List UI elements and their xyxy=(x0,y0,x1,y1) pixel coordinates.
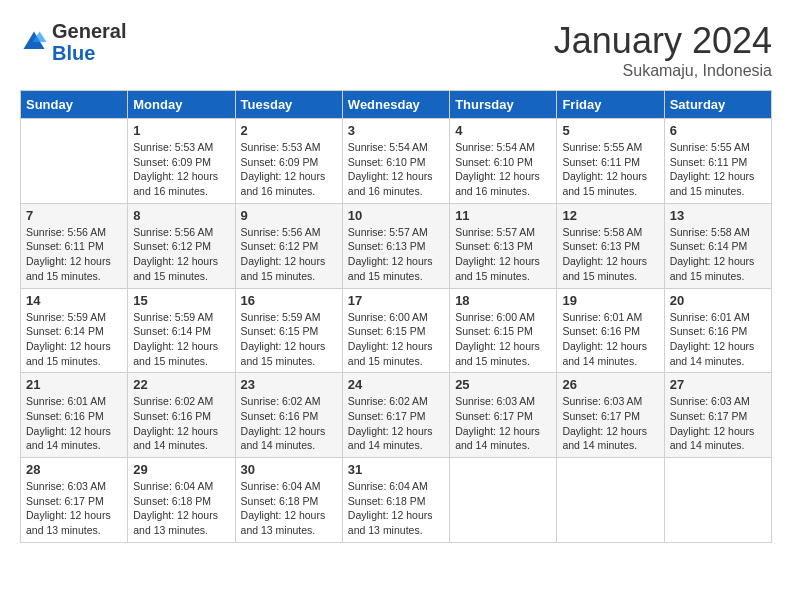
week-row-4: 21Sunrise: 6:01 AM Sunset: 6:16 PM Dayli… xyxy=(21,373,772,458)
day-info: Sunrise: 5:56 AM Sunset: 6:12 PM Dayligh… xyxy=(241,225,337,284)
col-header-sunday: Sunday xyxy=(21,91,128,119)
day-cell: 21Sunrise: 6:01 AM Sunset: 6:16 PM Dayli… xyxy=(21,373,128,458)
day-cell: 16Sunrise: 5:59 AM Sunset: 6:15 PM Dayli… xyxy=(235,288,342,373)
day-info: Sunrise: 5:57 AM Sunset: 6:13 PM Dayligh… xyxy=(348,225,444,284)
day-cell: 18Sunrise: 6:00 AM Sunset: 6:15 PM Dayli… xyxy=(450,288,557,373)
day-cell: 2Sunrise: 5:53 AM Sunset: 6:09 PM Daylig… xyxy=(235,119,342,204)
day-number: 16 xyxy=(241,293,337,308)
day-info: Sunrise: 5:54 AM Sunset: 6:10 PM Dayligh… xyxy=(455,140,551,199)
col-header-monday: Monday xyxy=(128,91,235,119)
page-header: General Blue January 2024 Sukamaju, Indo… xyxy=(20,20,772,80)
logo-general: General xyxy=(52,20,126,42)
col-header-saturday: Saturday xyxy=(664,91,771,119)
day-number: 13 xyxy=(670,208,766,223)
day-number: 11 xyxy=(455,208,551,223)
day-number: 27 xyxy=(670,377,766,392)
day-cell: 29Sunrise: 6:04 AM Sunset: 6:18 PM Dayli… xyxy=(128,458,235,543)
calendar-header-row: SundayMondayTuesdayWednesdayThursdayFrid… xyxy=(21,91,772,119)
day-info: Sunrise: 5:56 AM Sunset: 6:12 PM Dayligh… xyxy=(133,225,229,284)
day-cell: 1Sunrise: 5:53 AM Sunset: 6:09 PM Daylig… xyxy=(128,119,235,204)
location: Sukamaju, Indonesia xyxy=(554,62,772,80)
day-info: Sunrise: 6:04 AM Sunset: 6:18 PM Dayligh… xyxy=(133,479,229,538)
day-cell: 5Sunrise: 5:55 AM Sunset: 6:11 PM Daylig… xyxy=(557,119,664,204)
logo: General Blue xyxy=(20,20,126,64)
day-cell: 4Sunrise: 5:54 AM Sunset: 6:10 PM Daylig… xyxy=(450,119,557,204)
day-number: 30 xyxy=(241,462,337,477)
day-cell: 3Sunrise: 5:54 AM Sunset: 6:10 PM Daylig… xyxy=(342,119,449,204)
day-info: Sunrise: 5:57 AM Sunset: 6:13 PM Dayligh… xyxy=(455,225,551,284)
day-info: Sunrise: 6:03 AM Sunset: 6:17 PM Dayligh… xyxy=(562,394,658,453)
day-cell: 22Sunrise: 6:02 AM Sunset: 6:16 PM Dayli… xyxy=(128,373,235,458)
day-number: 23 xyxy=(241,377,337,392)
day-info: Sunrise: 6:02 AM Sunset: 6:16 PM Dayligh… xyxy=(241,394,337,453)
day-info: Sunrise: 6:03 AM Sunset: 6:17 PM Dayligh… xyxy=(455,394,551,453)
col-header-tuesday: Tuesday xyxy=(235,91,342,119)
day-number: 25 xyxy=(455,377,551,392)
day-number: 31 xyxy=(348,462,444,477)
day-cell: 20Sunrise: 6:01 AM Sunset: 6:16 PM Dayli… xyxy=(664,288,771,373)
day-info: Sunrise: 5:54 AM Sunset: 6:10 PM Dayligh… xyxy=(348,140,444,199)
day-cell: 7Sunrise: 5:56 AM Sunset: 6:11 PM Daylig… xyxy=(21,203,128,288)
day-number: 1 xyxy=(133,123,229,138)
day-number: 21 xyxy=(26,377,122,392)
day-number: 18 xyxy=(455,293,551,308)
day-info: Sunrise: 6:00 AM Sunset: 6:15 PM Dayligh… xyxy=(348,310,444,369)
day-number: 10 xyxy=(348,208,444,223)
day-info: Sunrise: 5:53 AM Sunset: 6:09 PM Dayligh… xyxy=(241,140,337,199)
day-cell: 28Sunrise: 6:03 AM Sunset: 6:17 PM Dayli… xyxy=(21,458,128,543)
day-info: Sunrise: 6:00 AM Sunset: 6:15 PM Dayligh… xyxy=(455,310,551,369)
day-info: Sunrise: 5:58 AM Sunset: 6:14 PM Dayligh… xyxy=(670,225,766,284)
day-info: Sunrise: 5:53 AM Sunset: 6:09 PM Dayligh… xyxy=(133,140,229,199)
col-header-thursday: Thursday xyxy=(450,91,557,119)
day-cell xyxy=(557,458,664,543)
day-number: 6 xyxy=(670,123,766,138)
day-number: 19 xyxy=(562,293,658,308)
day-number: 14 xyxy=(26,293,122,308)
day-cell: 30Sunrise: 6:04 AM Sunset: 6:18 PM Dayli… xyxy=(235,458,342,543)
day-info: Sunrise: 6:01 AM Sunset: 6:16 PM Dayligh… xyxy=(26,394,122,453)
calendar-table: SundayMondayTuesdayWednesdayThursdayFrid… xyxy=(20,90,772,543)
day-info: Sunrise: 5:59 AM Sunset: 6:15 PM Dayligh… xyxy=(241,310,337,369)
day-cell: 8Sunrise: 5:56 AM Sunset: 6:12 PM Daylig… xyxy=(128,203,235,288)
day-number: 3 xyxy=(348,123,444,138)
day-number: 17 xyxy=(348,293,444,308)
week-row-1: 1Sunrise: 5:53 AM Sunset: 6:09 PM Daylig… xyxy=(21,119,772,204)
logo-text: General Blue xyxy=(52,20,126,64)
day-cell: 24Sunrise: 6:02 AM Sunset: 6:17 PM Dayli… xyxy=(342,373,449,458)
day-cell xyxy=(450,458,557,543)
day-number: 20 xyxy=(670,293,766,308)
day-cell: 27Sunrise: 6:03 AM Sunset: 6:17 PM Dayli… xyxy=(664,373,771,458)
day-info: Sunrise: 6:01 AM Sunset: 6:16 PM Dayligh… xyxy=(562,310,658,369)
day-number: 29 xyxy=(133,462,229,477)
day-cell xyxy=(21,119,128,204)
day-cell: 9Sunrise: 5:56 AM Sunset: 6:12 PM Daylig… xyxy=(235,203,342,288)
col-header-friday: Friday xyxy=(557,91,664,119)
day-number: 8 xyxy=(133,208,229,223)
day-info: Sunrise: 6:03 AM Sunset: 6:17 PM Dayligh… xyxy=(670,394,766,453)
title-block: January 2024 Sukamaju, Indonesia xyxy=(554,20,772,80)
day-info: Sunrise: 5:55 AM Sunset: 6:11 PM Dayligh… xyxy=(562,140,658,199)
day-cell: 23Sunrise: 6:02 AM Sunset: 6:16 PM Dayli… xyxy=(235,373,342,458)
day-info: Sunrise: 6:01 AM Sunset: 6:16 PM Dayligh… xyxy=(670,310,766,369)
logo-blue: Blue xyxy=(52,42,95,64)
day-number: 26 xyxy=(562,377,658,392)
day-cell: 11Sunrise: 5:57 AM Sunset: 6:13 PM Dayli… xyxy=(450,203,557,288)
col-header-wednesday: Wednesday xyxy=(342,91,449,119)
day-info: Sunrise: 6:04 AM Sunset: 6:18 PM Dayligh… xyxy=(348,479,444,538)
day-cell: 14Sunrise: 5:59 AM Sunset: 6:14 PM Dayli… xyxy=(21,288,128,373)
day-number: 5 xyxy=(562,123,658,138)
day-number: 2 xyxy=(241,123,337,138)
day-info: Sunrise: 5:59 AM Sunset: 6:14 PM Dayligh… xyxy=(26,310,122,369)
week-row-3: 14Sunrise: 5:59 AM Sunset: 6:14 PM Dayli… xyxy=(21,288,772,373)
day-number: 9 xyxy=(241,208,337,223)
day-info: Sunrise: 6:02 AM Sunset: 6:17 PM Dayligh… xyxy=(348,394,444,453)
month-year: January 2024 xyxy=(554,20,772,62)
day-cell: 26Sunrise: 6:03 AM Sunset: 6:17 PM Dayli… xyxy=(557,373,664,458)
day-number: 15 xyxy=(133,293,229,308)
day-cell: 17Sunrise: 6:00 AM Sunset: 6:15 PM Dayli… xyxy=(342,288,449,373)
day-info: Sunrise: 5:56 AM Sunset: 6:11 PM Dayligh… xyxy=(26,225,122,284)
day-cell: 31Sunrise: 6:04 AM Sunset: 6:18 PM Dayli… xyxy=(342,458,449,543)
week-row-5: 28Sunrise: 6:03 AM Sunset: 6:17 PM Dayli… xyxy=(21,458,772,543)
week-row-2: 7Sunrise: 5:56 AM Sunset: 6:11 PM Daylig… xyxy=(21,203,772,288)
day-cell: 13Sunrise: 5:58 AM Sunset: 6:14 PM Dayli… xyxy=(664,203,771,288)
